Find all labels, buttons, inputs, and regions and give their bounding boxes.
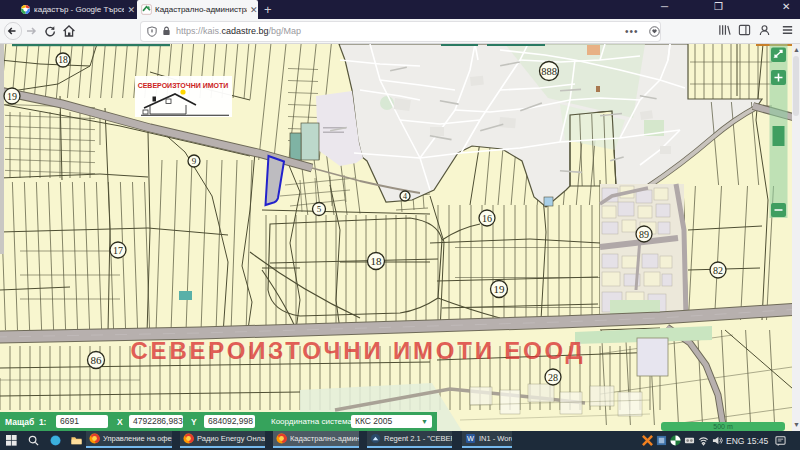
svg-text:500 m: 500 m	[713, 423, 733, 430]
svg-text:17: 17	[113, 245, 123, 256]
svg-text:9: 9	[192, 156, 197, 166]
svg-text:5: 5	[317, 204, 322, 214]
svg-text:86: 86	[91, 354, 103, 366]
svg-text:19: 19	[7, 91, 17, 102]
svg-text:4: 4	[403, 192, 407, 201]
svg-text:СЕВЕРОИЗТОЧНИ ИМОТИ: СЕВЕРОИЗТОЧНИ ИМОТИ	[138, 82, 229, 89]
svg-text:СЕВЕРОИЗТОЧНИ ИМОТИ ЕООД: СЕВЕРОИЗТОЧНИ ИМОТИ ЕООД	[130, 337, 585, 364]
svg-text:28: 28	[548, 372, 558, 383]
svg-text:89: 89	[639, 229, 649, 240]
svg-text:18: 18	[371, 255, 383, 267]
svg-text:19: 19	[494, 283, 506, 295]
svg-text:888: 888	[541, 66, 557, 77]
svg-text:W: W	[467, 434, 474, 443]
svg-text:82: 82	[713, 265, 723, 276]
svg-text:18: 18	[58, 55, 68, 65]
svg-text:16: 16	[482, 213, 492, 224]
